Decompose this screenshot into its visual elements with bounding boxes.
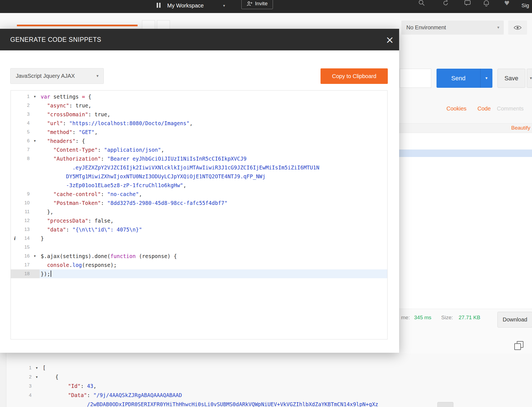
code-line[interactable]: /2wBDAB0ODxIPDR0SERIXFR0YHiThHhwcHi0sLi0… [13,400,483,407]
code-text: $.ajax(settings).done(function (response… [40,252,387,261]
code-link[interactable]: Code [477,105,491,112]
modal-header: GENERATE CODE SNIPPETS × [0,29,399,50]
code-line[interactable]: 7 "Content-Type": "application/json", [11,145,387,154]
code-line[interactable]: 6▾ "headers": { [11,136,387,145]
send-button[interactable]: Send ▾ [437,69,492,88]
sign-in-link[interactable]: Sig [521,0,529,11]
line-number: 2 [11,101,40,110]
line-number: 3 [13,382,42,391]
size-label: Size: [441,315,453,321]
fold-caret-icon[interactable]: ▾ [34,252,36,261]
code-line[interactable]: 10 "Postman-Token": "8dd327d5-2980-45d8-… [11,199,387,207]
line-number: 3 [11,110,40,119]
code-text: .eyJEZXZpY2VJZCI6Ijk2IiwiVXNlcklkIjoiMTA… [40,163,387,172]
line-number: 16▾ [11,252,40,261]
code-line[interactable]: 3 "crossDomain": true, [11,110,387,119]
code-text: "Data": "/9j/4AAQSkZJRgABAQAAAQABAAD [42,391,483,400]
code-text: }, [40,207,387,216]
text-cursor [51,271,51,277]
active-tab-indicator [17,25,138,26]
code-text: -3zEp01oo1ELae5z8-zP-1fcruChl1o6kgHw", [40,181,387,190]
copy-response-icon[interactable] [514,341,524,351]
line-number: 13 [11,225,40,234]
line-number: 6▾ [11,136,40,145]
line-number: 2▾ [13,372,42,382]
send-options-caret[interactable]: ▾ [481,69,492,88]
code-line[interactable]: 2▾ { [13,372,483,382]
new-tab-button[interactable] [142,20,155,29]
code-line[interactable]: 4 "url": "https://localhost:8080/Docto/I… [11,119,387,128]
code-line[interactable]: 2 "async": true, [11,101,387,110]
chat-icon[interactable] [463,0,472,8]
fold-caret-icon[interactable]: ▾ [34,136,36,145]
fold-caret-icon[interactable]: ▾ [36,372,38,382]
code-text: console.log(response); [40,261,387,269]
code-line[interactable]: 14i} [11,234,387,243]
info-icon: i [14,234,16,243]
language-selector[interactable]: JavaScript Jquery AJAX ▾ [10,68,104,84]
code-line[interactable]: .eyJEZXZpY2VJZCI6Ijk2IiwiVXNlcklkIjoiMTA… [11,163,387,172]
chevron-down-icon[interactable]: ▾ [223,0,225,11]
line-number: 11 [11,207,40,216]
line-number: 18 [11,269,40,278]
line-number: 1▾ [11,92,40,101]
code-text: { [42,372,483,382]
code-line[interactable]: 5 "method": "GET", [11,128,387,136]
line-number [13,400,42,407]
send-label: Send [437,69,480,88]
code-line[interactable]: 13 "data": "{\n\t\"id\": 4075\n}" [11,225,387,234]
fold-caret-icon[interactable]: ▾ [36,363,38,372]
top-bar: My Workspace ▾ Invite ♥ Sig [0,0,532,13]
code-text: "method": "GET", [40,128,387,136]
code-line[interactable]: 3 "Id": 43, [13,382,483,391]
code-line[interactable]: 16▾$.ajax(settings).done(function (respo… [11,252,387,261]
code-text: "Content-Type": "application/json", [40,145,387,154]
code-line[interactable]: 1▾[ [13,363,483,372]
chevron-down-icon: ▾ [96,68,99,84]
sidebar-edge [0,353,6,407]
code-line[interactable]: 18}); [11,269,387,278]
code-line[interactable]: 11 }, [11,207,387,216]
modal-title: GENERATE CODE SNIPPETS [10,29,101,50]
save-button[interactable]: Save [497,69,525,88]
tab-options-button[interactable] [157,20,170,29]
code-text: "url": "https://localhost:8080/Docto/Ima… [40,119,387,128]
copy-to-clipboard-button[interactable]: Copy to Clipboard [321,68,388,84]
download-button[interactable]: Download [497,312,532,328]
code-line[interactable]: 4 "Data": "/9j/4AAQSkZJRgABAQAAAQABAAD [13,391,483,400]
language-label: JavaScript Jquery AJAX [16,68,75,84]
code-line[interactable]: 17 console.log(response); [11,261,387,269]
eye-icon [513,25,522,30]
code-line[interactable]: 1▾var settings = { [11,92,387,101]
heart-icon[interactable]: ♥ [502,0,512,8]
line-number [11,163,40,172]
line-number: 17 [11,261,40,269]
line-number: 14i [11,234,40,243]
environment-preview-button[interactable] [508,20,527,35]
comments-link[interactable]: Comments [497,105,524,112]
bell-icon[interactable] [481,0,491,8]
line-number [11,181,40,190]
code-line[interactable]: -3zEp01oo1ELae5z8-zP-1fcruChl1o6kgHw", [11,181,387,190]
sync-icon[interactable] [441,0,451,8]
code-editor[interactable]: 1▾var settings = {2 "async": true,3 "cro… [11,90,388,339]
save-options-caret[interactable]: ▾ [527,69,532,88]
workspace-selector[interactable]: My Workspace [167,0,204,11]
beautify-link[interactable]: Beautify [511,125,530,131]
code-line[interactable]: 8 "Authorization": "Bearer eyJhbGciOiJIU… [11,154,387,163]
close-icon[interactable]: × [380,29,399,50]
code-line[interactable]: 12 "processData": false, [11,216,387,225]
code-line[interactable]: 15 [11,243,387,252]
selected-response-row [399,150,532,157]
code-line[interactable]: DY5MTg1MiwiZXhwIjoxNTU0NzI3ODUyLCJpYXQiO… [11,172,387,181]
app-window: My Workspace ▾ Invite ♥ Sig No Env [0,0,532,407]
response-body-viewer[interactable]: 1▾[2▾ {3 "Id": 43,4 "Data": "/9j/4AAQSkZ… [13,363,483,407]
environment-selector[interactable]: No Environment ▾ [401,20,504,35]
url-input[interactable] [400,69,431,88]
invite-button[interactable]: Invite [241,0,273,9]
code-text: "crossDomain": true, [40,110,387,119]
cookies-link[interactable]: Cookies [446,105,466,112]
code-line[interactable]: 9 "cache-control": "no-cache", [11,190,387,199]
search-icon[interactable] [417,0,427,8]
fold-caret-icon[interactable]: ▾ [34,92,36,101]
